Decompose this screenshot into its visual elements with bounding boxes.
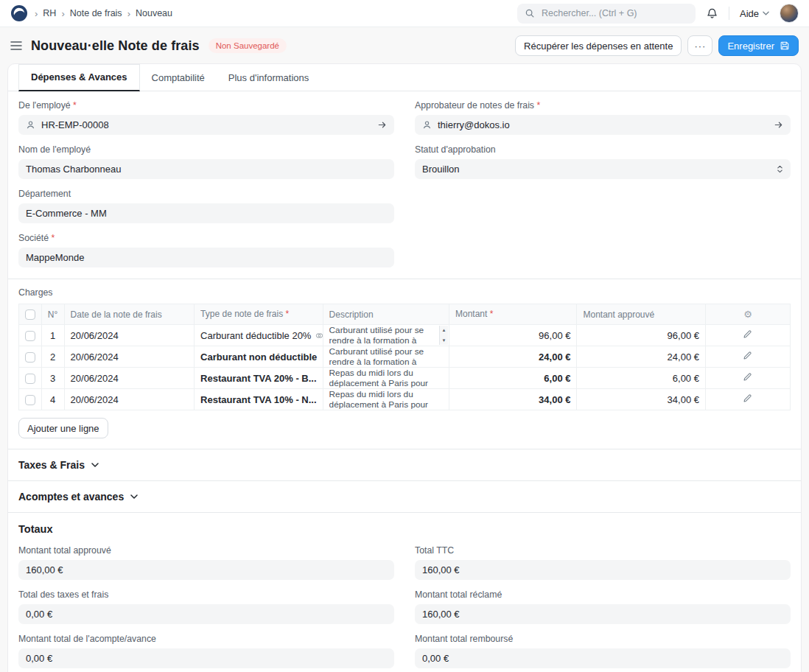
row-index: 4: [41, 389, 64, 410]
amount-cell[interactable]: 24,00 €: [449, 346, 577, 368]
tab-depenses-avances[interactable]: Dépenses & Avances: [18, 64, 140, 91]
table-row: 4 20/06/2024 Restaurant TVA 10% - N... R…: [19, 389, 791, 410]
sidebar-toggle-icon[interactable]: [10, 41, 22, 51]
employee-value: HR-EMP-00008: [41, 119, 109, 130]
field-approval-status: Statut d'approbation Brouillon: [415, 144, 791, 179]
cell-scrollbar[interactable]: ▲ ▼: [439, 326, 448, 345]
app-logo-icon[interactable]: [10, 4, 28, 22]
edit-pencil-icon[interactable]: [743, 351, 752, 360]
breadcrumb-item-rh[interactable]: RH: [43, 8, 56, 18]
charges-label: Charges: [18, 287, 791, 298]
company-label: Société: [18, 233, 394, 244]
type-cell[interactable]: Carburant déductible 20%: [195, 325, 323, 346]
section-acomptes-avances[interactable]: Acomptes et avances: [8, 481, 801, 513]
description-cell[interactable]: Carburant utilisé pour se rendre à la fo…: [323, 325, 449, 346]
date-cell[interactable]: 20/06/2024: [64, 325, 195, 346]
row-checkbox[interactable]: [25, 331, 35, 341]
section-taxes-frais[interactable]: Taxes & Frais: [8, 449, 801, 481]
edit-pencil-icon[interactable]: [743, 393, 752, 403]
scroll-down-icon[interactable]: ▼: [442, 336, 446, 345]
open-link-arrow-icon[interactable]: [377, 120, 387, 130]
amount-cell[interactable]: 34,00 €: [449, 389, 577, 410]
notifications-bell-icon[interactable]: [706, 7, 718, 20]
employee-label: De l'employé: [18, 100, 394, 111]
select-all-checkbox[interactable]: [25, 309, 35, 320]
field-total-claimed: Montant total réclamé 160,00 €: [415, 589, 791, 624]
field-department: Département E-Commerce - MM: [18, 189, 394, 223]
employee-name-input: Thomas Charbonneau: [18, 159, 394, 179]
field-total-advance: Montant total de l'acompte/avance 0,00 €: [18, 634, 394, 668]
total-ttc-label: Total TTC: [415, 545, 791, 556]
navbar-divider: [729, 7, 729, 20]
approved-amount-cell[interactable]: 96,00 €: [577, 325, 705, 346]
chevron-down-icon: [91, 463, 99, 467]
amount-cell[interactable]: 96,00 €: [449, 325, 577, 346]
page-header: Nouveau·elle Note de frais Non Sauvegard…: [0, 27, 809, 63]
approval-status-value: Brouillon: [422, 164, 460, 175]
scroll-up-icon[interactable]: ▲: [442, 326, 446, 335]
chevron-down-icon: [130, 494, 138, 499]
total-taxes-label: Total des taxes et frais: [18, 589, 394, 601]
approved-amount-cell[interactable]: 24,00 €: [577, 346, 705, 368]
date-cell[interactable]: 20/06/2024: [64, 368, 195, 389]
help-menu[interactable]: Aide: [740, 8, 769, 19]
col-no: N°: [41, 304, 64, 325]
row-checkbox[interactable]: [25, 395, 35, 405]
select-updown-icon: [777, 164, 783, 174]
user-avatar[interactable]: [780, 4, 799, 23]
save-button[interactable]: Enregistrer: [718, 35, 799, 56]
fetch-pending-expenses-button[interactable]: Récupérer les dépenses en attente: [515, 35, 682, 56]
taxes-section-label: Taxes & Frais: [18, 459, 85, 471]
approved-amount-cell[interactable]: 6,00 €: [577, 368, 705, 389]
edit-row-cell: [705, 368, 790, 389]
type-cell[interactable]: Carburant non déductible: [195, 346, 323, 368]
col-description: Description: [323, 304, 449, 325]
row-checkbox[interactable]: [25, 374, 35, 384]
description-cell[interactable]: Carburant utilisé pour se rendre à la fo…: [323, 346, 449, 368]
row-index: 1: [41, 325, 64, 346]
approved-amount-cell[interactable]: 34,00 €: [577, 389, 705, 410]
edit-pencil-icon[interactable]: [743, 329, 752, 339]
approver-link-input[interactable]: thierry@dokos.io: [415, 115, 791, 135]
edit-pencil-icon[interactable]: [743, 372, 752, 382]
tab-plus-informations[interactable]: Plus d'informations: [217, 66, 321, 91]
advances-section-label: Acomptes et avances: [18, 491, 124, 503]
total-advance-label: Montant total de l'acompte/avance: [18, 634, 394, 645]
type-cell[interactable]: Restaurant TVA 20% - B...: [195, 368, 323, 389]
gear-icon[interactable]: ⚙: [743, 309, 752, 320]
table-row: 2 20/06/2024 Carburant non déductible Ca…: [19, 346, 791, 368]
global-search[interactable]: [517, 4, 696, 24]
field-total-taxes: Total des taxes et frais 0,00 €: [18, 589, 394, 624]
description-cell[interactable]: Repas du midi lors du déplacement à Pari…: [323, 368, 449, 389]
tab-comptabilite[interactable]: Comptabilité: [140, 66, 217, 91]
approval-status-select[interactable]: Brouillon: [415, 159, 791, 179]
department-value: E-Commerce - MM: [26, 208, 107, 219]
total-taxes-value: 0,00 €: [18, 604, 394, 624]
open-link-arrow-icon[interactable]: [774, 120, 783, 130]
row-checkbox[interactable]: [25, 352, 35, 363]
search-input[interactable]: [540, 7, 688, 19]
user-icon: [422, 120, 432, 130]
chevron-right-icon: ›: [35, 9, 38, 18]
charges-table: N° Date de la note de frais Type de note…: [18, 304, 791, 410]
description-cell[interactable]: Repas du midi lors du déplacement à Pari…: [323, 389, 449, 410]
breadcrumb-item-nouveau[interactable]: Nouveau: [136, 8, 172, 18]
totals-section: Totaux Montant total approuvé 160,00 € T…: [8, 513, 801, 672]
total-approved-value: 160,00 €: [18, 560, 394, 580]
add-row-button[interactable]: Ajouter une ligne: [18, 418, 108, 438]
field-company: Société MappeMonde: [18, 233, 394, 267]
more-actions-button[interactable]: ···: [687, 35, 712, 56]
company-input: MappeMonde: [18, 248, 394, 267]
employee-link-input[interactable]: HR-EMP-00008: [18, 115, 394, 135]
breadcrumb-item-note-de-frais[interactable]: Note de frais: [70, 8, 122, 18]
table-row: 3 20/06/2024 Restaurant TVA 20% - B... R…: [19, 368, 791, 389]
type-cell[interactable]: Restaurant TVA 10% - N...: [195, 389, 323, 410]
total-claimed-value: 160,00 €: [415, 604, 791, 624]
approver-label: Approbateur de notes de frais: [415, 100, 791, 111]
form-card: Dépenses & Avances Comptabilité Plus d'i…: [7, 63, 802, 672]
date-cell[interactable]: 20/06/2024: [64, 346, 195, 368]
total-reimbursed-label: Montant total remboursé: [415, 634, 791, 645]
amount-cell[interactable]: 6,00 €: [449, 368, 577, 389]
date-cell[interactable]: 20/06/2024: [64, 389, 195, 410]
approval-status-label: Statut d'approbation: [415, 144, 791, 155]
